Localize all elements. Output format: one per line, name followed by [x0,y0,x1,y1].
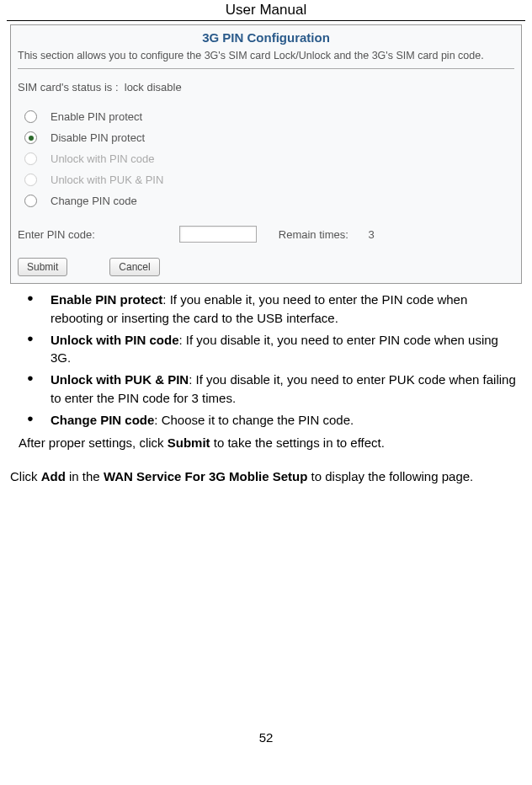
radio-unlock-puk[interactable]: Unlock with PUK & PIN [24,174,514,186]
radio-icon [24,174,37,186]
after-settings-text: After proper settings, click Submit to t… [19,434,517,452]
pin-label: Enter PIN code: [18,228,95,241]
bullet-title: Change PIN code [51,413,154,427]
bullet-body: : Choose it to change the PIN code. [154,413,354,427]
pin-radio-group: Enable PIN protect Disable PIN protect U… [24,110,514,207]
radio-selected-icon [24,131,37,144]
config-heading: 3G PIN Configuration [18,30,514,45]
button-row: Submit Cancel [18,258,514,276]
pin-entry-row: Enter PIN code: Remain times: 3 [18,226,514,243]
radio-disable-pin[interactable]: Disable PIN protect [24,131,514,144]
page-number: 52 [7,730,525,751]
divider [18,68,514,69]
feature-bullets: Enable PIN protect: If you enable it, yo… [15,291,517,429]
after-pre: After proper settings, click [19,435,168,450]
list-item: Unlock with PIN code: If you disable it,… [15,331,517,368]
radio-label: Unlock with PIN code [51,152,155,165]
list-item: Change PIN code: Choose it to change the… [15,411,517,430]
list-item: Unlock with PUK & PIN: If you disable it… [15,371,517,408]
bullet-title: Unlock with PUK & PIN [51,372,189,387]
radio-label: Unlock with PUK & PIN [51,174,163,186]
instr-t2: in the [66,469,104,483]
bullet-title: Enable PIN protect [51,292,162,307]
radio-icon [24,110,37,123]
submit-button[interactable]: Submit [18,258,67,276]
pin-input[interactable] [179,226,257,243]
instr-t1: Click [10,469,41,483]
remain-label: Remain times: [279,228,348,241]
cancel-button[interactable]: Cancel [109,258,159,276]
sim-status-value: lock disable [125,81,182,93]
radio-change-pin[interactable]: Change PIN code [24,195,514,207]
config-description: This section allows you to configure the… [18,50,514,61]
radio-enable-pin[interactable]: Enable PIN protect [24,110,514,123]
header-rule [7,20,525,21]
page-title: User Manual [7,0,525,19]
instr-b1: Add [41,469,66,483]
list-item: Enable PIN protect: If you enable it, yo… [15,291,517,328]
radio-icon [24,195,37,207]
click-add-instruction: Click Add in the WAN Service For 3G Mobl… [10,467,522,486]
radio-unlock-pin[interactable]: Unlock with PIN code [24,152,514,165]
radio-label: Disable PIN protect [51,131,145,144]
after-bold: Submit [168,435,210,450]
bullet-title: Unlock with PIN code [51,333,179,347]
radio-icon [24,152,37,165]
remain-value: 3 [368,228,374,241]
sim-status-label: SIM card's status is : [18,81,119,93]
instr-b2: WAN Service For 3G Moblie Setup [104,469,308,483]
radio-label: Enable PIN protect [51,110,142,123]
after-post: to take the settings in to effect. [210,435,385,450]
instr-t3: to display the following page. [307,469,473,483]
radio-label: Change PIN code [51,195,137,207]
config-screenshot: 3G PIN Configuration This section allows… [10,24,522,284]
sim-status: SIM card's status is : lock disable [18,81,514,93]
